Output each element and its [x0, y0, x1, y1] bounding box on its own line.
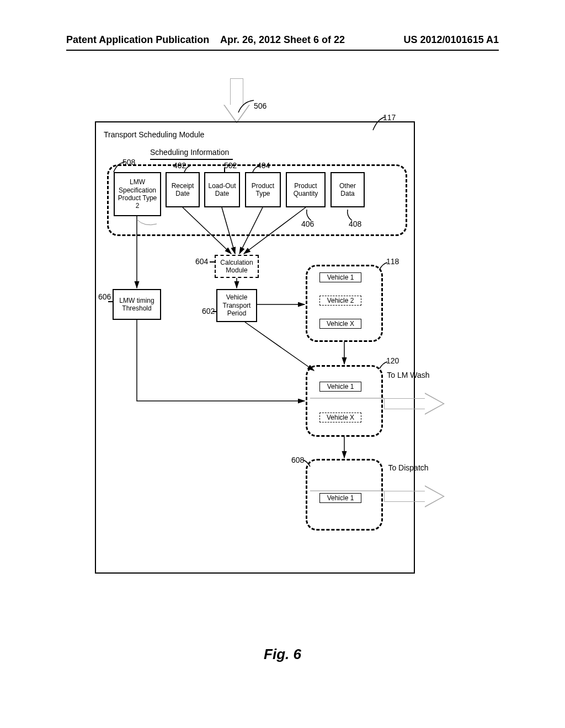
out-arrow-dispatch-icon: [384, 485, 446, 507]
transport-scheduling-module: Transport Scheduling Module Scheduling I…: [95, 121, 415, 574]
box-receipt-date: Receipt Date: [166, 172, 200, 207]
vehicle-x-g120: Vehicle X: [319, 413, 361, 422]
out-label-dispatch: To Dispatch: [386, 463, 430, 473]
box-lmw-timing-threshold: LMW timing Threshold: [113, 289, 161, 320]
scheduling-info-title: Scheduling Information: [150, 148, 229, 157]
ref-508: 508: [122, 158, 135, 167]
ref-120: 120: [386, 356, 399, 365]
box-other-data: Other Data: [331, 172, 365, 207]
ref-506: 506: [254, 101, 266, 110]
vehicle-1-g608: Vehicle 1: [319, 493, 361, 503]
tick-604: [210, 261, 215, 263]
ref-406: 406: [301, 220, 314, 228]
ref-408: 408: [349, 220, 361, 228]
tick-606: [108, 301, 114, 302]
tick-502: [224, 168, 225, 173]
box-loadout-date: Load-Out Date: [204, 172, 240, 207]
box-calculation-module: Calculation Module: [215, 255, 259, 278]
vehicle-group-120: [306, 365, 383, 437]
module-title: Transport Scheduling Module: [104, 130, 204, 139]
box-product-quantity: Product Quantity: [286, 172, 326, 207]
vehicle-1-g118: Vehicle 1: [319, 272, 361, 282]
ref-608: 608: [291, 456, 304, 464]
vehicle-x-g118: Vehicle X: [319, 319, 361, 329]
ref-606: 606: [98, 292, 111, 301]
ref-404: 404: [257, 161, 270, 170]
page-header: Patent Application Publication Apr. 26, …: [66, 34, 499, 46]
ref-604: 604: [195, 257, 208, 266]
header-center: Apr. 26, 2012 Sheet 6 of 22: [220, 34, 345, 46]
tick-602: [213, 311, 217, 312]
vehicle-2-g118: Vehicle 2: [319, 296, 361, 306]
ref-402: 402: [173, 161, 186, 170]
underline-icon: [150, 159, 233, 160]
box-product-type: Product Type: [245, 172, 281, 207]
out-arrow-lmwash-icon: [384, 393, 446, 415]
box-vehicle-transport-period: Vehicle Transport Period: [216, 289, 257, 322]
figure-caption: Fig. 6: [0, 646, 565, 663]
box-lmw-spec: LMW Specification Product Type 2: [114, 172, 161, 216]
header-left: Patent Application Publication: [66, 34, 209, 46]
vehicle-1-g120: Vehicle 1: [319, 382, 361, 392]
input-arrow-icon: [223, 78, 250, 126]
ref-118: 118: [386, 257, 399, 266]
out-label-lmwash: To LM Wash: [386, 371, 430, 380]
ref-502: 502: [224, 161, 237, 170]
patent-figure-page: Patent Application Publication Apr. 26, …: [0, 0, 565, 728]
ref-117: 117: [383, 113, 396, 122]
header-rule: [66, 50, 499, 51]
svg-line-7: [245, 322, 314, 371]
header-right: US 2012/0101615 A1: [404, 34, 499, 46]
